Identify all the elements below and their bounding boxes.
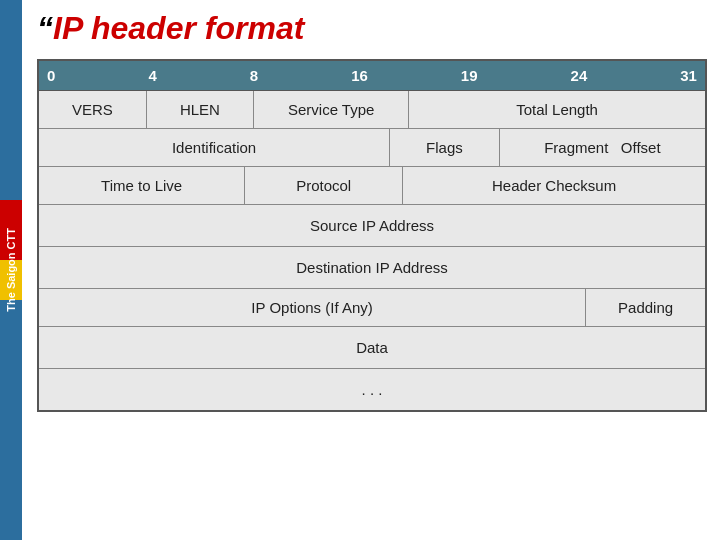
cell-fragment-offset: Fragment Offset: [500, 129, 705, 166]
cell-ellipsis: . . .: [39, 369, 705, 410]
bit-numbers: 0 4 8 16 19 24 31: [47, 67, 697, 84]
cell-protocol: Protocol: [245, 167, 403, 204]
bit-24: 24: [571, 67, 588, 84]
bit-16: 16: [351, 67, 368, 84]
bit-19: 19: [461, 67, 478, 84]
row-7: Data: [39, 327, 705, 369]
row-5: Destination IP Address: [39, 247, 705, 289]
row-1: VERS HLEN Service Type Total Length: [39, 91, 705, 129]
cell-ttl: Time to Live: [39, 167, 245, 204]
main-content: “IP header format 0 4 8 16 19 24 31 VERS…: [22, 0, 720, 422]
cell-hlen: HLEN: [147, 91, 255, 128]
title-quote: “: [37, 10, 53, 46]
cell-total-length: Total Length: [409, 91, 705, 128]
row-4: Source IP Address: [39, 205, 705, 247]
cell-padding: Padding: [586, 289, 705, 326]
cell-vers: VERS: [39, 91, 147, 128]
page-title: “IP header format: [37, 10, 705, 47]
row-6: IP Options (If Any) Padding: [39, 289, 705, 327]
bit-8: 8: [250, 67, 258, 84]
ip-header-table: 0 4 8 16 19 24 31 VERS HLEN Service Type…: [37, 59, 707, 412]
cell-ip-options: IP Options (If Any): [39, 289, 586, 326]
cell-identification: Identification: [39, 129, 390, 166]
cell-flags: Flags: [390, 129, 500, 166]
row-3: Time to Live Protocol Header Checksum: [39, 167, 705, 205]
row-8: . . .: [39, 369, 705, 410]
cell-header-checksum: Header Checksum: [403, 167, 705, 204]
bit-0: 0: [47, 67, 55, 84]
cell-dest-ip: Destination IP Address: [39, 247, 705, 288]
bit-header-row: 0 4 8 16 19 24 31: [39, 61, 705, 91]
bit-4: 4: [148, 67, 156, 84]
sidebar-label: The Saigon CTT: [5, 228, 17, 312]
sidebar: The Saigon CTT: [0, 0, 22, 540]
cell-data: Data: [39, 327, 705, 368]
row-2: Identification Flags Fragment Offset: [39, 129, 705, 167]
title-text: IP header format: [53, 10, 304, 46]
bit-31: 31: [680, 67, 697, 84]
cell-service-type: Service Type: [254, 91, 409, 128]
cell-source-ip: Source IP Address: [39, 205, 705, 246]
